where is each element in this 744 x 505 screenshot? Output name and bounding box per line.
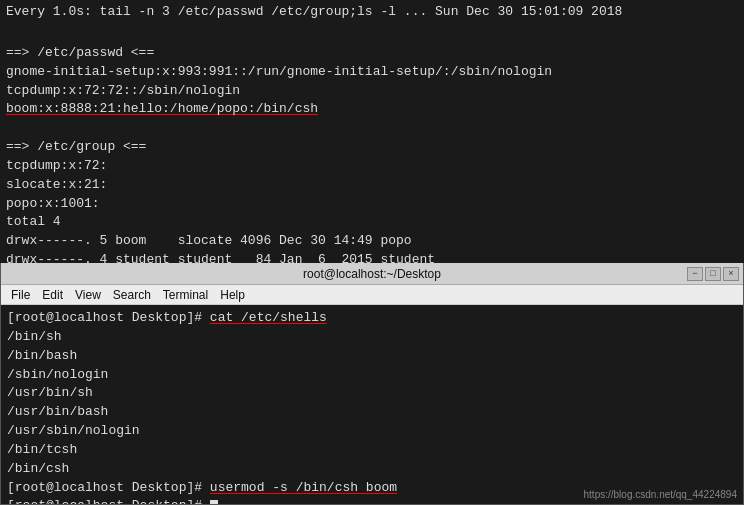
cursor bbox=[210, 500, 218, 504]
top-terminal-line: drwx------. 4 student student 84 Jan 6 2… bbox=[6, 251, 738, 263]
top-terminal-line bbox=[6, 119, 738, 138]
top-terminal-line: total 4 bbox=[6, 213, 738, 232]
bottom-terminal-line: /bin/csh bbox=[7, 460, 737, 479]
close-button[interactable]: × bbox=[723, 267, 739, 281]
command-highlight: usermod -s /bin/csh boom bbox=[210, 480, 397, 495]
highlighted-text: boom:x:8888:21:hello:/home/popo:/bin/csh bbox=[6, 101, 318, 116]
bottom-terminal-content: [root@localhost Desktop]# cat /etc/shell… bbox=[1, 305, 743, 504]
command-highlight: cat /etc/shells bbox=[210, 310, 327, 325]
top-terminal-line: slocate:x:21: bbox=[6, 176, 738, 195]
top-terminal-line: ==> /etc/passwd <== bbox=[6, 44, 738, 63]
top-terminal: Every 1.0s: tail -n 3 /etc/passwd /etc/g… bbox=[0, 0, 744, 263]
menu-item-search[interactable]: Search bbox=[107, 288, 157, 302]
window-titlebar: root@localhost:~/Desktop − □ × bbox=[1, 263, 743, 285]
bottom-terminal-line: /usr/bin/bash bbox=[7, 403, 737, 422]
top-terminal-output: ==> /etc/passwd <==gnome-initial-setup:x… bbox=[6, 25, 738, 263]
titlebar-controls[interactable]: − □ × bbox=[687, 267, 739, 281]
top-terminal-line bbox=[6, 25, 738, 44]
top-terminal-line: drwx------. 5 boom slocate 4096 Dec 30 1… bbox=[6, 232, 738, 251]
top-terminal-line: boom:x:8888:21:hello:/home/popo:/bin/csh bbox=[6, 100, 738, 119]
menu-item-terminal[interactable]: Terminal bbox=[157, 288, 214, 302]
maximize-button[interactable]: □ bbox=[705, 267, 721, 281]
menu-item-help[interactable]: Help bbox=[214, 288, 251, 302]
bottom-terminal-line: /bin/tcsh bbox=[7, 441, 737, 460]
menu-item-file[interactable]: File bbox=[5, 288, 36, 302]
titlebar-title: root@localhost:~/Desktop bbox=[303, 267, 441, 281]
bottom-terminal-line: /bin/bash bbox=[7, 347, 737, 366]
menubar: FileEditViewSearchTerminalHelp bbox=[1, 285, 743, 305]
top-terminal-line: ==> /etc/group <== bbox=[6, 138, 738, 157]
bottom-terminal-line: /sbin/nologin bbox=[7, 366, 737, 385]
minimize-button[interactable]: − bbox=[687, 267, 703, 281]
bottom-terminal-line: /bin/sh bbox=[7, 328, 737, 347]
bottom-terminal-line: [root@localhost Desktop]# cat /etc/shell… bbox=[7, 309, 737, 328]
top-terminal-line: popo:x:1001: bbox=[6, 195, 738, 214]
top-terminal-line: tcpdump:x:72: bbox=[6, 157, 738, 176]
top-terminal-line: gnome-initial-setup:x:993:991::/run/gnom… bbox=[6, 63, 738, 82]
bottom-window: root@localhost:~/Desktop − □ × FileEditV… bbox=[0, 263, 744, 505]
watermark: https://blog.csdn.net/qq_44224894 bbox=[584, 489, 737, 500]
top-bar-text: Every 1.0s: tail -n 3 /etc/passwd /etc/g… bbox=[6, 4, 738, 19]
bottom-terminal-line: /usr/sbin/nologin bbox=[7, 422, 737, 441]
bottom-terminal-line: /usr/bin/sh bbox=[7, 384, 737, 403]
menu-item-view[interactable]: View bbox=[69, 288, 107, 302]
menu-item-edit[interactable]: Edit bbox=[36, 288, 69, 302]
top-terminal-line: tcpdump:x:72:72::/sbin/nologin bbox=[6, 82, 738, 101]
